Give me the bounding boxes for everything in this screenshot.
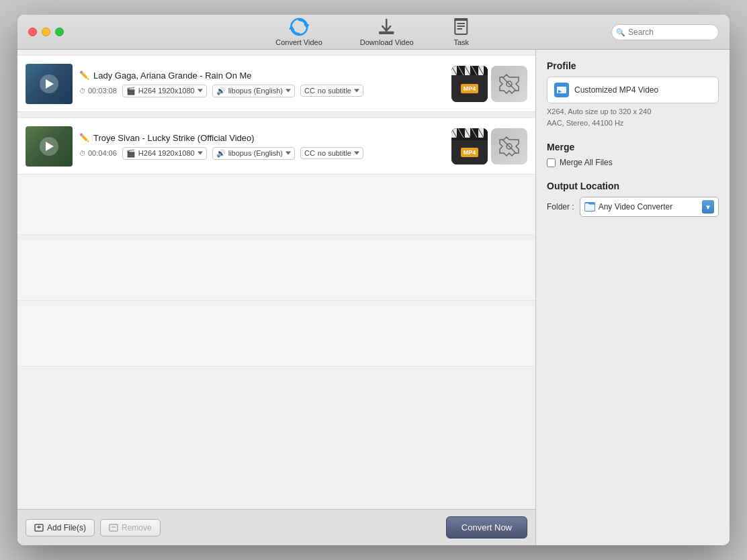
bottom-toolbar: Add File(s) Remove Convert Now [17,509,535,545]
task-button[interactable]: Task [446,15,477,49]
folder-name: Any Video Converter [599,202,673,212]
minimize-button[interactable] [42,28,50,36]
folder-row: Folder : Any Video Converter ▼ [547,197,719,217]
audio-icon-2: 🔊 [216,149,226,158]
mp4-label-2: MP4 [461,148,479,157]
merge-checkbox-row: Merge All Files [547,158,719,167]
close-button[interactable] [28,28,37,36]
svg-rect-38 [109,524,118,531]
download-video-button[interactable]: Download Video [355,15,419,49]
play-button-2[interactable] [40,137,58,156]
maximize-button[interactable] [55,28,64,36]
profile-box[interactable]: ▶ Customized MP4 Video [547,77,719,103]
profile-icon: ▶ [554,83,569,97]
file-thumbnail-1[interactable] [26,64,73,104]
convert-video-label: Convert Video [275,38,322,46]
play-triangle-2 [46,142,54,151]
clock-icon-1: ⏱ [79,87,86,95]
search-icon: 🔍 [616,28,625,36]
duration-2: ⏱ 00:04:06 [79,149,117,157]
main-content: ✏️ Lady Gaga, Ariana Grande - Rain On Me… [17,50,730,545]
folder-dropdown-arrow[interactable]: ▼ [702,200,714,214]
svg-rect-13 [485,66,488,75]
svg-text:▶: ▶ [558,89,562,93]
svg-point-0 [291,19,307,35]
search-bar: 🔍 [611,24,719,40]
profile-section-title: Profile [547,60,719,71]
file-title-1: Lady Gaga, Ariana Grande - Rain On Me [93,71,252,81]
mp4-icon-2[interactable]: MP4 [451,128,488,165]
profile-section: Profile ▶ Customized MP4 Video X264, Aut… [547,60,719,128]
folder-icon [584,202,595,212]
clap-body-1: MP4 [451,75,488,102]
svg-rect-27 [485,128,488,138]
file-actions-1: MP4 [451,66,527,102]
download-video-label: Download Video [360,38,414,46]
file-meta-row-2: ⏱ 00:04:06 🎬 H264 1920x1080 🔊 libopus (E… [79,147,445,160]
file-meta-row-1: ⏱ 00:03:08 🎬 H264 1920x1080 🔊 libopus (E… [79,85,445,97]
convert-video-button[interactable]: Convert Video [270,15,328,49]
audio-icon-1: 🔊 [216,87,226,95]
subtitle-dropdown-2[interactable]: CC no subtitle [300,147,363,159]
clock-icon-2: ⏱ [79,150,86,157]
traffic-lights [28,28,64,36]
add-files-button[interactable]: Add File(s) [26,519,95,536]
file-title-row-2: ✏️ Troye Sivan - Lucky Strike (Official … [79,133,445,143]
play-button-1[interactable] [40,75,58,93]
remove-button[interactable]: Remove [100,519,161,536]
subtitle-icon-2: CC [304,149,315,157]
file-info-2: ✏️ Troye Sivan - Lucky Strike (Official … [79,133,445,160]
empty-row-1 [17,175,535,235]
file-actions-2: MP4 [451,128,527,165]
remove-label: Remove [122,523,152,532]
empty-row-2 [17,240,535,301]
video-codec-dropdown-2[interactable]: 🎬 H264 1920x1080 [122,147,207,160]
merge-section-title: Merge [547,142,719,152]
convert-video-icon [289,17,309,36]
output-section: Output Location Folder : Any Video Conve… [547,181,719,217]
mp4-label-1: MP4 [461,84,479,93]
profile-specs: X264, Auto size up to 320 x 240 AAC, Ste… [547,106,719,128]
profile-name: Customized MP4 Video [574,85,711,95]
main-window: Convert Video Download Video [17,15,730,545]
merge-checkbox[interactable] [547,158,556,167]
audio-codec-dropdown-1[interactable]: 🔊 libopus (English) [212,85,295,97]
file-title-row-1: ✏️ Lady Gaga, Ariana Grande - Rain On Me [79,71,445,81]
svg-line-19 [502,77,517,91]
remove-icon [109,523,118,532]
file-list: ✏️ Lady Gaga, Ariana Grande - Rain On Me… [17,50,535,509]
edit-icon-2[interactable]: ✏️ [79,133,89,142]
svg-rect-1 [380,32,394,34]
folder-label: Folder : [547,202,574,212]
empty-row-3 [17,306,535,367]
task-label: Task [453,38,469,46]
audio-codec-dropdown-2[interactable]: 🔊 libopus (English) [212,147,295,160]
file-item-1: ✏️ Lady Gaga, Ariana Grande - Rain On Me… [17,55,535,112]
add-files-label: Add File(s) [47,523,86,532]
file-info-1: ✏️ Lady Gaga, Ariana Grande - Rain On Me… [79,71,445,97]
file-thumbnail-2[interactable] [26,126,73,167]
file-title-2: Troye Sivan - Lucky Strike (Official Vid… [93,133,255,143]
clap-body-2: MP4 [451,140,488,165]
right-panel: Profile ▶ Customized MP4 Video X264, Aut… [536,50,730,545]
video-codec-dropdown-1[interactable]: 🎬 H264 1920x1080 [122,85,207,97]
edit-icon-1[interactable]: ✏️ [79,71,89,80]
settings-icon-1[interactable] [491,66,527,102]
play-triangle-1 [46,79,54,89]
subtitle-icon-1: CC [304,87,315,95]
toolbar-center: Convert Video Download Video [270,15,476,49]
clap-stripes-2 [451,128,488,140]
merge-section: Merge Merge All Files [547,142,719,167]
settings-icon-2[interactable] [491,128,527,165]
add-files-icon [34,523,44,532]
svg-rect-6 [455,18,468,21]
convert-now-button[interactable]: Convert Now [446,516,527,539]
search-input[interactable] [611,24,719,40]
profile-specs-line2: AAC, Stereo, 44100 Hz [547,118,719,129]
subtitle-dropdown-1[interactable]: CC no subtitle [300,85,363,97]
merge-checkbox-label: Merge All Files [560,158,613,167]
folder-dropdown[interactable]: Any Video Converter ▼ [580,197,719,217]
file-item-2: ✏️ Troye Sivan - Lucky Strike (Official … [17,118,535,175]
mp4-icon-1[interactable]: MP4 [451,66,488,102]
task-icon [451,17,472,36]
